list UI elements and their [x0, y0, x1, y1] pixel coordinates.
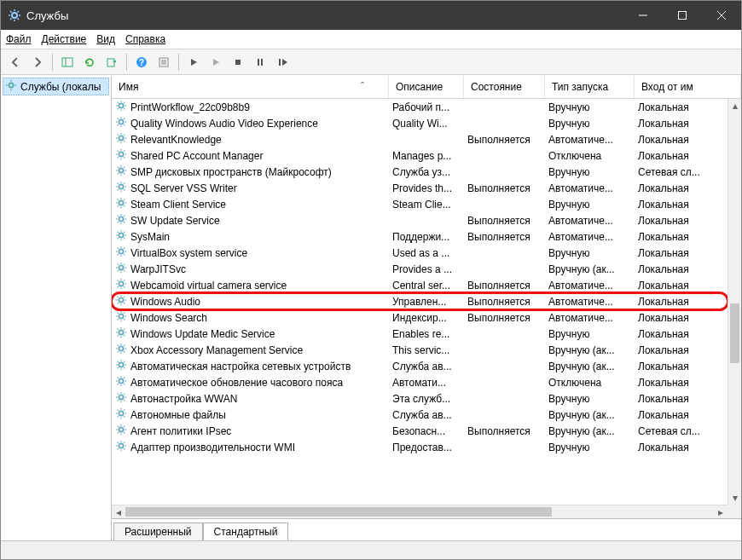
restart-service-button[interactable]	[273, 53, 292, 72]
service-row[interactable]: Windows Update Medic ServiceEnables re..…	[112, 326, 728, 342]
export-button[interactable]	[102, 53, 121, 72]
horizontal-scrollbar[interactable]: ◂ ▸	[112, 505, 728, 518]
service-row[interactable]: Quality Windows Audio Video ExperienceQu…	[112, 115, 728, 131]
service-row[interactable]: Webcamoid virtual camera serviceCentral …	[112, 277, 728, 293]
maximize-button[interactable]	[663, 1, 702, 30]
svg-point-0	[12, 13, 17, 18]
svg-point-40	[119, 119, 123, 124]
show-hide-tree-button[interactable]	[58, 53, 77, 72]
sort-asc-icon: ˆ	[361, 81, 364, 93]
svg-point-157	[119, 330, 123, 334]
service-row[interactable]: SMP дисковых пространств (Майкрософт)Слу…	[112, 164, 728, 180]
pause-start-button[interactable]	[206, 53, 225, 72]
service-row[interactable]: Автоматическая настройка сетевых устройс…	[112, 358, 728, 374]
scroll-down-icon[interactable]: ▾	[728, 491, 741, 505]
svg-line-65	[118, 157, 119, 158]
svg-line-126	[118, 264, 119, 265]
menu-help[interactable]: Справка	[125, 33, 165, 45]
svg-line-90	[118, 199, 119, 200]
service-logon: Локальная	[635, 361, 728, 372]
col-state[interactable]: Состояние	[464, 76, 545, 98]
scroll-left-icon[interactable]: ◂	[112, 505, 125, 518]
service-logon: Локальная	[635, 344, 728, 356]
svg-line-198	[118, 394, 119, 395]
svg-point-202	[119, 411, 123, 415]
service-row[interactable]: Shared PC Account ManagerManages p...Отк…	[112, 147, 728, 164]
service-row[interactable]: RelevantKnowledgeВыполняетсяАвтоматиче..…	[112, 131, 728, 147]
service-state: Выполняется	[464, 182, 545, 194]
service-row[interactable]: Windows SearchИндексир...ВыполняетсяАвто…	[112, 309, 728, 326]
service-row[interactable]: PrintWorkflow_22c09b8b9Рабочий п...Вручн…	[112, 99, 728, 115]
tree-root-services[interactable]: Службы (локалы	[3, 78, 109, 95]
svg-point-211	[119, 427, 123, 431]
service-row[interactable]: SQL Server VSS WriterProvides th...Выпол…	[112, 180, 728, 196]
col-startup[interactable]: Тип запуска	[545, 76, 635, 98]
refresh-button[interactable]	[80, 53, 99, 72]
service-row[interactable]: WarpJITSvcProvides a ...Вручную (ак...Ло…	[112, 261, 728, 277]
svg-line-127	[124, 270, 125, 271]
service-logon: Локальная	[635, 101, 728, 113]
service-row[interactable]: Автоматическое обновление часового пояса…	[112, 374, 728, 390]
tab-standard[interactable]: Стандартный	[203, 522, 289, 540]
col-name[interactable]: Имяˆ	[112, 76, 389, 98]
service-logon: Локальная	[635, 150, 728, 162]
close-button[interactable]	[702, 1, 741, 30]
svg-point-31	[119, 103, 123, 107]
scroll-up-icon[interactable]: ▴	[728, 99, 741, 113]
svg-line-46	[124, 124, 125, 125]
svg-line-93	[124, 199, 125, 200]
gear-icon	[115, 132, 127, 147]
start-service-button[interactable]	[184, 53, 203, 72]
service-row[interactable]: Steam Client ServiceSteam Clie...Вручную…	[112, 196, 728, 212]
svg-point-166	[119, 346, 123, 350]
minimize-button[interactable]	[623, 1, 663, 30]
service-desc: Предостав...	[389, 442, 464, 453]
menu-view[interactable]: Вид	[96, 33, 115, 45]
service-desc: Поддержи...	[389, 231, 464, 243]
service-logon: Локальная	[635, 393, 728, 405]
service-row[interactable]: Xbox Accessory Management ServiceThis se…	[112, 342, 728, 358]
svg-line-192	[124, 378, 125, 378]
service-row[interactable]: VirtualBox system serviceUsed as a ...Вр…	[112, 245, 728, 261]
service-desc: Рабочий п...	[389, 101, 464, 113]
service-row[interactable]: Автонастройка WWANЭта служб...ВручнуюЛок…	[112, 390, 728, 407]
col-description[interactable]: Описание	[389, 76, 464, 98]
service-logon: Локальная	[635, 182, 728, 194]
gear-icon	[115, 391, 127, 406]
menu-action[interactable]: Действие	[42, 33, 87, 45]
service-desc: Central ser...	[389, 280, 464, 292]
vertical-scrollbar[interactable]: ▴ ▾	[728, 99, 741, 505]
scroll-right-icon[interactable]: ▸	[714, 505, 728, 518]
service-logon: Сетевая сл...	[635, 166, 728, 178]
service-row[interactable]: SW Update ServiceВыполняетсяАвтоматиче..…	[112, 212, 728, 228]
pause-service-button[interactable]	[251, 53, 270, 72]
service-row[interactable]: Агент политики IPsecБезопасн...Выполняет…	[112, 423, 728, 439]
svg-line-81	[118, 183, 119, 184]
col-logon[interactable]: Вход от им	[635, 76, 741, 98]
service-name: Windows Audio	[130, 296, 200, 308]
menu-file[interactable]: Файл	[6, 33, 32, 45]
tab-extended[interactable]: Расширенный	[113, 522, 203, 540]
service-name: SysMain	[130, 231, 170, 243]
service-row[interactable]: Автономные файлыСлужба ав...Вручную (ак.…	[112, 407, 728, 423]
service-logon: Локальная	[635, 231, 728, 243]
service-row[interactable]: Адаптер производительности WMIПредостав.…	[112, 439, 728, 455]
back-button[interactable]	[6, 53, 25, 72]
help-button[interactable]: ?	[132, 53, 151, 72]
properties-button[interactable]	[154, 53, 173, 72]
scroll-thumb[interactable]	[730, 303, 739, 363]
service-name: SQL Server VSS Writer	[130, 182, 237, 194]
svg-line-54	[118, 135, 119, 136]
stop-service-button[interactable]	[229, 53, 247, 72]
service-logon: Сетевая сл...	[635, 425, 728, 437]
svg-point-193	[119, 395, 123, 399]
service-start: Вручную (ак...	[545, 425, 635, 437]
service-state: Выполняется	[464, 134, 545, 146]
scroll-thumb-h[interactable]	[125, 507, 552, 517]
service-logon: Локальная	[635, 409, 728, 421]
service-name: VirtualBox system service	[130, 247, 247, 259]
service-row[interactable]: Windows AudioУправлен...ВыполняетсяАвтом…	[112, 293, 728, 309]
service-row[interactable]: SysMainПоддержи...ВыполняетсяАвтоматиче.…	[112, 228, 728, 245]
forward-button[interactable]	[28, 53, 47, 72]
gear-icon	[115, 424, 127, 438]
